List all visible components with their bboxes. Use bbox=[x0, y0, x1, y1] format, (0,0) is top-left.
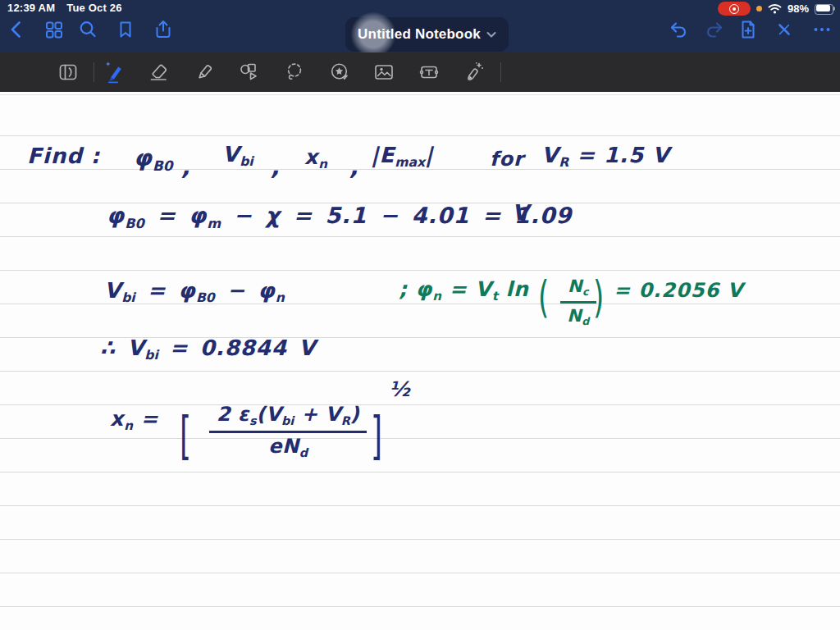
shapes-tool[interactable] bbox=[238, 61, 261, 84]
close-button[interactable] bbox=[774, 19, 795, 40]
page-divider-line bbox=[0, 94, 840, 95]
status-time: 12:39 AM bbox=[7, 2, 55, 14]
toolbar-separator bbox=[94, 62, 94, 82]
note-canvas[interactable] bbox=[0, 92, 840, 630]
redo-button[interactable] bbox=[704, 19, 725, 40]
share-button[interactable] bbox=[153, 19, 174, 40]
status-bar: 12:39 AMTue Oct 26 98% bbox=[0, 0, 840, 16]
pen-tool[interactable] bbox=[103, 61, 126, 84]
magic-wand-tool[interactable] bbox=[463, 61, 486, 84]
app-screen: 12:39 AMTue Oct 26 98% bbox=[0, 0, 840, 630]
status-date: Tue Oct 26 bbox=[66, 2, 122, 14]
top-bar: 12:39 AMTue Oct 26 98% bbox=[0, 0, 840, 52]
battery-percent: 98% bbox=[788, 2, 809, 15]
eraser-tool[interactable] bbox=[148, 61, 171, 84]
lasso-tool[interactable] bbox=[283, 61, 306, 84]
more-options-button[interactable] bbox=[811, 19, 833, 40]
back-button[interactable] bbox=[6, 19, 27, 40]
text-tool[interactable] bbox=[418, 61, 441, 84]
notebook-title[interactable]: Untitled Notebook bbox=[345, 17, 509, 52]
add-page-button[interactable] bbox=[737, 19, 759, 40]
record-icon bbox=[729, 4, 739, 14]
toolbar-separator bbox=[500, 62, 501, 82]
sticker-tool[interactable] bbox=[328, 61, 351, 84]
navigation-bar: Untitled Notebook bbox=[0, 16, 840, 52]
battery-icon bbox=[815, 4, 835, 14]
page-grid-button[interactable] bbox=[43, 19, 65, 40]
search-button[interactable] bbox=[77, 19, 98, 40]
bookmark-button[interactable] bbox=[115, 19, 136, 40]
undo-button[interactable] bbox=[668, 19, 689, 40]
ruled-lines bbox=[0, 103, 840, 616]
notebook-title-label: Untitled Notebook bbox=[358, 26, 481, 43]
image-tool[interactable] bbox=[372, 61, 395, 84]
page-navigator-tool[interactable] bbox=[57, 61, 80, 84]
status-clock: 12:39 AMTue Oct 26 bbox=[7, 2, 122, 14]
highlighter-tool[interactable] bbox=[193, 61, 216, 84]
chevron-down-icon bbox=[486, 31, 496, 39]
drawing-toolbar bbox=[0, 52, 840, 92]
mic-indicator-dot bbox=[756, 6, 762, 11]
wifi-icon bbox=[768, 3, 782, 14]
screen-recording-indicator[interactable] bbox=[718, 2, 751, 16]
